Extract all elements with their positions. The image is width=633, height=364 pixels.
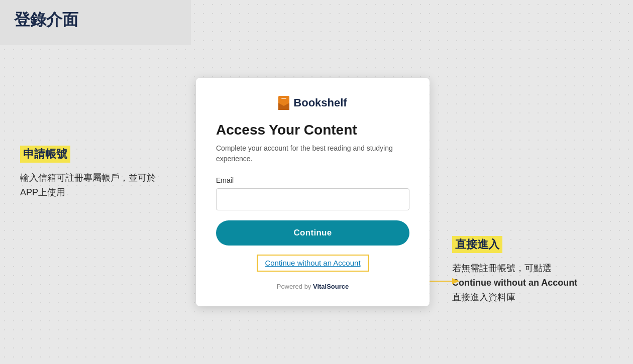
continue-no-account-box: Continue without an Account bbox=[257, 255, 368, 272]
email-label: Email bbox=[216, 176, 409, 184]
modal-card: Bookshelf Access Your Content Complete y… bbox=[196, 78, 430, 306]
left-section-label: 申請帳號 bbox=[20, 146, 70, 163]
card-subtext: Complete your account for the best readi… bbox=[216, 143, 409, 164]
bookshelf-icon bbox=[278, 96, 289, 110]
right-section-label: 直接進入 bbox=[452, 236, 502, 253]
svg-rect-4 bbox=[281, 98, 286, 99]
left-section: 申請帳號 輸入信箱可註冊專屬帳戶，並可於APP上使用 bbox=[20, 146, 161, 200]
email-input[interactable] bbox=[216, 188, 409, 210]
page-title: 登錄介面 bbox=[14, 9, 78, 31]
left-section-description: 輸入信箱可註冊專屬帳戶，並可於APP上使用 bbox=[20, 171, 161, 200]
powered-by: Powered by VitalSource bbox=[216, 283, 409, 290]
right-section: 直接進入 若無需註冊帳號，可點選 Continue without an Acc… bbox=[452, 236, 613, 304]
card-heading: Access Your Content bbox=[216, 122, 409, 138]
continue-no-account-wrapper: Continue without an Account bbox=[216, 255, 409, 272]
continue-no-account-button[interactable]: Continue without an Account bbox=[265, 259, 360, 267]
logo-area: Bookshelf bbox=[216, 96, 409, 110]
continue-button[interactable]: Continue bbox=[216, 220, 409, 246]
logo-text: Bookshelf bbox=[293, 96, 347, 109]
right-section-description: 若無需註冊帳號，可點選 Continue without an Account … bbox=[452, 261, 613, 304]
